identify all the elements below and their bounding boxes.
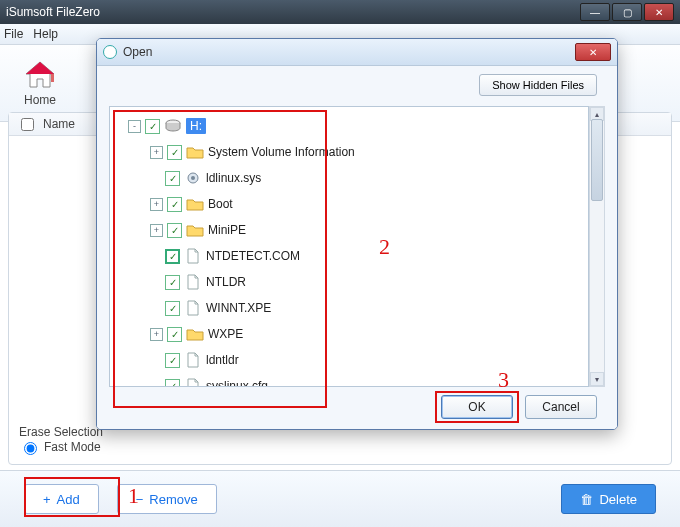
- close-button[interactable]: ✕: [644, 3, 674, 21]
- dialog-icon: [103, 45, 117, 59]
- expand-toggle: [150, 355, 161, 366]
- tree-checkbox[interactable]: ✓: [167, 223, 182, 238]
- tree-scrollbar[interactable]: ▴ ▾: [589, 106, 605, 387]
- file-icon: [184, 274, 202, 290]
- tree-item-label: WINNT.XPE: [206, 301, 271, 315]
- maximize-button[interactable]: ▢: [612, 3, 642, 21]
- dialog-title: Open: [123, 45, 575, 59]
- tree-checkbox[interactable]: ✓: [167, 145, 182, 160]
- expand-toggle: [150, 173, 161, 184]
- tree-item-label: ldlinux.sys: [206, 171, 261, 185]
- home-label: Home: [24, 93, 56, 107]
- tree-item-label: WXPE: [208, 327, 243, 341]
- dialog-titlebar: Open ✕: [97, 39, 617, 66]
- cancel-button[interactable]: Cancel: [525, 395, 597, 419]
- tree-checkbox[interactable]: ✓: [165, 301, 180, 316]
- folder-icon: [186, 222, 204, 238]
- expand-toggle: [150, 277, 161, 288]
- dialog-close-button[interactable]: ✕: [575, 43, 611, 61]
- file-icon: [184, 352, 202, 368]
- tree-item-label: NTLDR: [206, 275, 246, 289]
- folder-icon: [186, 196, 204, 212]
- tree-item-label: Boot: [208, 197, 233, 211]
- add-button[interactable]: + Add: [24, 484, 99, 514]
- home-icon: [23, 60, 57, 93]
- tree-checkbox[interactable]: ✓: [167, 327, 182, 342]
- menu-help[interactable]: Help: [33, 27, 58, 41]
- tree-item[interactable]: +✓System Volume Information: [114, 139, 584, 165]
- remove-button[interactable]: − Remove: [117, 484, 217, 514]
- svg-point-5: [191, 176, 195, 180]
- tree-checkbox[interactable]: ✓: [165, 275, 180, 290]
- expand-toggle: [150, 251, 161, 262]
- expand-toggle: [150, 381, 161, 388]
- shredder-icon: 🗑: [580, 492, 593, 507]
- tree-item-label: System Volume Information: [208, 145, 355, 159]
- app-title: iSumsoft FileZero: [6, 5, 580, 19]
- menu-file[interactable]: File: [4, 27, 23, 41]
- tree-item[interactable]: -✓H:: [114, 113, 584, 139]
- minimize-button[interactable]: —: [580, 3, 610, 21]
- plus-icon: +: [43, 492, 51, 507]
- file-icon: [184, 248, 202, 264]
- titlebar: iSumsoft FileZero — ▢ ✕: [0, 0, 680, 24]
- tree-item-label: H:: [186, 118, 206, 134]
- tree-item[interactable]: ✓ldntldr: [114, 347, 584, 373]
- file-icon: [184, 300, 202, 316]
- expand-toggle: [150, 303, 161, 314]
- expand-toggle[interactable]: +: [150, 146, 163, 159]
- tree-checkbox[interactable]: ✓: [167, 197, 182, 212]
- dialog-body: Show Hidden Files -✓H:+✓System Volume In…: [97, 66, 617, 429]
- svg-rect-2: [51, 74, 54, 82]
- tree-checkbox[interactable]: ✓: [165, 171, 180, 186]
- folder-icon: [186, 326, 204, 342]
- fast-mode-radio[interactable]: [24, 442, 37, 455]
- delete-button[interactable]: 🗑 Delete: [561, 484, 656, 514]
- column-name[interactable]: Name: [43, 117, 75, 131]
- expand-toggle[interactable]: -: [128, 120, 141, 133]
- tree-checkbox[interactable]: ✓: [165, 353, 180, 368]
- show-hidden-files-button[interactable]: Show Hidden Files: [479, 74, 597, 96]
- scroll-thumb[interactable]: [591, 119, 603, 201]
- expand-toggle[interactable]: +: [150, 198, 163, 211]
- file-tree[interactable]: -✓H:+✓System Volume Information✓ldlinux.…: [109, 106, 589, 387]
- tree-item-label: NTDETECT.COM: [206, 249, 300, 263]
- tree-item[interactable]: ✓syslinux.cfg: [114, 373, 584, 387]
- ok-button[interactable]: OK: [441, 395, 513, 419]
- tree-item[interactable]: +✓WXPE: [114, 321, 584, 347]
- tree-item[interactable]: ✓NTLDR: [114, 269, 584, 295]
- tree-item[interactable]: ✓NTDETECT.COM: [114, 243, 584, 269]
- tree-checkbox[interactable]: ✓: [165, 249, 180, 264]
- fast-mode-option[interactable]: Fast Mode: [19, 439, 101, 455]
- bottom-toolbar: + Add − Remove 🗑 Delete: [0, 470, 680, 527]
- minus-icon: −: [136, 492, 144, 507]
- main-window: iSumsoft FileZero — ▢ ✕ File Help Home N…: [0, 0, 680, 527]
- tree-item[interactable]: ✓ldlinux.sys: [114, 165, 584, 191]
- tree-item[interactable]: ✓WINNT.XPE: [114, 295, 584, 321]
- folder-icon: [186, 144, 204, 160]
- tree-item-label: MiniPE: [208, 223, 246, 237]
- home-button[interactable]: Home: [10, 60, 70, 107]
- file-icon: [184, 378, 202, 387]
- scroll-down-arrow[interactable]: ▾: [590, 372, 604, 386]
- select-all-checkbox[interactable]: [21, 118, 34, 131]
- expand-toggle[interactable]: +: [150, 224, 163, 237]
- tree-checkbox[interactable]: ✓: [145, 119, 160, 134]
- expand-toggle[interactable]: +: [150, 328, 163, 341]
- tree-checkbox[interactable]: ✓: [165, 379, 180, 388]
- gear-icon: [184, 170, 202, 186]
- tree-item[interactable]: +✓Boot: [114, 191, 584, 217]
- tree-item-label: ldntldr: [206, 353, 239, 367]
- tree-item[interactable]: +✓MiniPE: [114, 217, 584, 243]
- drive-icon: [164, 118, 182, 134]
- erase-label: Erase Selection: [19, 425, 103, 439]
- tree-item-label: syslinux.cfg: [206, 379, 268, 387]
- svg-marker-1: [26, 62, 54, 74]
- open-dialog: Open ✕ Show Hidden Files -✓H:+✓System Vo…: [96, 38, 618, 430]
